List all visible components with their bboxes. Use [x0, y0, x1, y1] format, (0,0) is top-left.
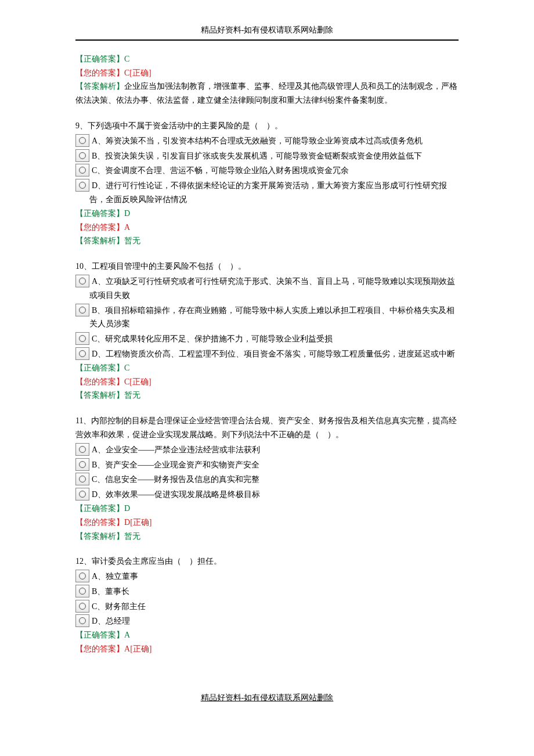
q11-option-c-row: C、信息安全——财务报告及信息的真实和完整 — [75, 473, 459, 487]
mark-correct: [正确] — [129, 377, 151, 386]
q9-correct-answer: 【正确答案】D — [75, 207, 459, 221]
radio-dot-icon — [79, 617, 86, 624]
page-footer: 精品好资料-如有侵权请联系网站删除 — [0, 691, 534, 705]
q11-stem: 11、内部控制的目标是合理保证企业经营管理合法合规、资产安全、财务报告及相关信息… — [75, 414, 459, 442]
text-explain: 暂无 — [124, 391, 140, 399]
question-12: 12、审计委员会主席应当由（ ）担任。 A、独立董事 B、董事长 C、财务部主任… — [75, 555, 459, 656]
value-correct: A — [124, 631, 130, 639]
q11-option-d-row: D、效率效果——促进实现发展战略是终极目标 — [75, 488, 459, 502]
label-correct: 【正确答案】 — [75, 363, 124, 372]
radio-dot-icon — [79, 573, 86, 579]
value-your: D — [124, 518, 130, 527]
radio-dot-icon — [79, 461, 86, 468]
q10-option-a-row: A、立项缺乏可行性研究或者可行性研究流于形式、决策不当、盲目上马，可能导致难以实… — [75, 275, 459, 303]
radio-icon[interactable] — [75, 179, 89, 192]
label-your: 【您的答案】 — [75, 377, 124, 386]
radio-icon[interactable] — [75, 149, 89, 162]
q9-your-answer: 【您的答案】A — [75, 221, 459, 235]
radio-dot-icon — [79, 137, 86, 144]
q10-option-b: B、项目招标暗箱操作，存在商业贿赂，可能导致中标人实质上难以承担工程项目、中标价… — [89, 305, 454, 329]
label-your: 【您的答案】 — [75, 69, 124, 77]
q10-option-b-row: B、项目招标暗箱操作，存在商业贿赂，可能导致中标人实质上难以承担工程项目、中标价… — [75, 304, 459, 332]
radio-dot-icon — [79, 182, 86, 189]
radio-icon[interactable] — [75, 275, 89, 287]
q11-option-b-row: B、资产安全——企业现金资产和实物资产安全 — [75, 458, 459, 472]
text-explain: 暂无 — [124, 236, 140, 245]
q8-answer-block: 【正确答案】C 【您的答案】C[正确] 【答案解析】企业应当加强法制教育，增强董… — [75, 52, 459, 107]
q11-option-d: D、效率效果——促进实现发展战略是终极目标 — [89, 489, 260, 499]
value-your: A — [124, 223, 130, 232]
value-your: A — [124, 645, 130, 653]
q11-option-a: A、企业安全——严禁企业违法经营或非法获利 — [89, 444, 260, 454]
q9-option-d-row: D、进行可行性论证，不得依据未经论证的方案开展筹资活动，重大筹资方案应当形成可行… — [75, 179, 459, 207]
mark-correct: [正确] — [130, 645, 151, 653]
q9-option-d: D、进行可行性论证，不得依据未经论证的方案开展筹资活动，重大筹资方案应当形成可行… — [89, 180, 447, 204]
q11-option-b: B、资产安全——企业现金资产和实物资产安全 — [89, 459, 259, 469]
q12-your-answer: 【您的答案】A[正确] — [75, 642, 459, 656]
q12-option-c: C、财务部主任 — [89, 601, 146, 611]
q10-option-c-row: C、研究成果转化应用不足、保护措施不力，可能导致企业利益受损 — [75, 332, 459, 346]
radio-icon[interactable] — [75, 304, 89, 316]
text-explain: 企业应当加强法制教育，增强董事、监事、经理及其他高级管理人员和员工的法制观念，严… — [75, 82, 457, 105]
q8-your-answer: 【您的答案】C[正确] — [75, 66, 459, 80]
radio-icon[interactable] — [75, 614, 89, 627]
value-your: C — [124, 69, 129, 77]
q10-explain: 【答案解析】暂无 — [75, 388, 459, 402]
q10-stem: 10、工程项目管理中的主要风险不包括（ ）。 — [75, 260, 459, 273]
label-explain: 【答案解析】 — [75, 236, 124, 245]
label-explain: 【答案解析】 — [75, 532, 124, 541]
radio-icon[interactable] — [75, 347, 89, 360]
label-correct: 【正确答案】 — [75, 55, 124, 63]
radio-dot-icon — [79, 491, 86, 498]
q12-option-d: D、总经理 — [89, 615, 130, 625]
value-correct: D — [124, 504, 130, 513]
q11-option-a-row: A、企业安全——严禁企业违法经营或非法获利 — [75, 443, 459, 457]
radio-icon[interactable] — [75, 458, 89, 471]
label-correct: 【正确答案】 — [75, 504, 124, 513]
q12-option-c-row: C、财务部主任 — [75, 600, 459, 614]
radio-dot-icon — [79, 167, 86, 174]
q11-correct-answer: 【正确答案】D — [75, 502, 459, 516]
radio-dot-icon — [79, 603, 86, 610]
q12-option-a: A、独立董事 — [89, 571, 138, 581]
text-explain: 暂无 — [124, 532, 140, 541]
radio-icon[interactable] — [75, 443, 89, 456]
question-10: 10、工程项目管理中的主要风险不包括（ ）。 A、立项缺乏可行性研究或者可行性研… — [75, 260, 459, 402]
radio-icon[interactable] — [75, 473, 89, 485]
radio-icon[interactable] — [75, 164, 89, 177]
radio-icon[interactable] — [75, 134, 89, 147]
q10-correct-answer: 【正确答案】C — [75, 361, 459, 375]
q12-option-d-row: D、总经理 — [75, 614, 459, 628]
radio-icon[interactable] — [75, 332, 89, 345]
q9-stem: 9、下列选项中不属于资金活动中的主要风险的是（ ）。 — [75, 119, 459, 133]
label-your: 【您的答案】 — [75, 223, 124, 232]
label-correct: 【正确答案】 — [75, 631, 124, 639]
radio-icon[interactable] — [75, 488, 89, 501]
value-correct: D — [124, 209, 130, 218]
radio-icon[interactable] — [75, 585, 89, 597]
mark-correct: [正确] — [129, 69, 151, 77]
label-explain: 【答案解析】 — [75, 82, 124, 91]
radio-icon[interactable] — [75, 570, 89, 582]
radio-dot-icon — [79, 446, 86, 453]
q12-correct-answer: 【正确答案】A — [75, 628, 459, 642]
q10-your-answer: 【您的答案】C[正确] — [75, 375, 459, 389]
radio-dot-icon — [79, 350, 86, 357]
radio-icon[interactable] — [75, 600, 89, 613]
radio-dot-icon — [79, 588, 86, 595]
value-your: C — [124, 377, 129, 386]
radio-dot-icon — [79, 152, 86, 159]
label-your: 【您的答案】 — [75, 645, 124, 653]
q9-option-b-row: B、投资决策失误，引发盲目扩张或丧失发展机遇，可能导致资金链断裂或资金使用效益低… — [75, 149, 459, 163]
radio-dot-icon — [79, 278, 86, 285]
value-correct: C — [124, 363, 129, 372]
q12-stem: 12、审计委员会主席应当由（ ）担任。 — [75, 555, 459, 568]
q9-option-b: B、投资决策失误，引发盲目扩张或丧失发展机遇，可能导致资金链断裂或资金使用效益低… — [89, 150, 422, 160]
page-header: 精品好资料-如有侵权请联系网站删除 — [75, 23, 459, 41]
question-11: 11、内部控制的目标是合理保证企业经营管理合法合规、资产安全、财务报告及相关信息… — [75, 414, 459, 543]
q8-explain: 【答案解析】企业应当加强法制教育，增强董事、监事、经理及其他高级管理人员和员工的… — [75, 80, 459, 107]
q12-option-b: B、董事长 — [89, 586, 129, 596]
q10-option-c: C、研究成果转化应用不足、保护措施不力，可能导致企业利益受损 — [89, 333, 333, 343]
radio-dot-icon — [79, 307, 86, 314]
radio-dot-icon — [79, 335, 86, 342]
